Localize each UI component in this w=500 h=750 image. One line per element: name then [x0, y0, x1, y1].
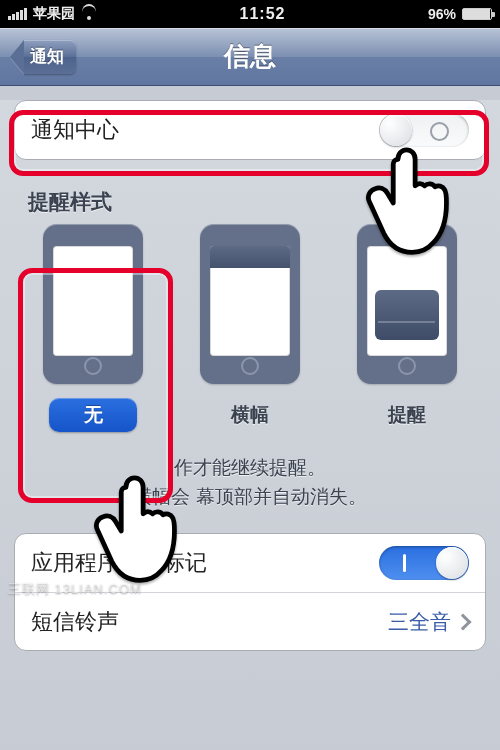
notification-center-cell[interactable]: 通知中心 — [15, 101, 485, 159]
status-bar: 苹果园 11:52 96% — [0, 0, 500, 28]
notification-center-label: 通知中心 — [31, 115, 119, 145]
alert-style-help: 作才能继续提醒。 横幅会 幕顶部并自动消失。 — [28, 454, 472, 511]
sound-value: 三全音 — [388, 608, 451, 636]
phone-preview-icon — [200, 224, 300, 384]
battery-percent: 96% — [428, 6, 456, 22]
content: 通知中心 提醒样式 无 横幅 提醒 作才能继续提醒。 横幅会 幕顶部并自动消失。… — [0, 100, 500, 750]
alert-style-banner[interactable]: 横幅 — [181, 224, 320, 432]
alert-style-header: 提醒样式 — [28, 188, 472, 216]
badge-label: 应用程序图标标记 — [31, 548, 207, 578]
back-button[interactable]: 通知 — [10, 39, 76, 74]
chevron-right-icon — [455, 613, 472, 630]
sound-cell[interactable]: 短信铃声 三全音 — [15, 592, 485, 650]
clock: 11:52 — [97, 5, 428, 23]
alert-style-label: 提醒 — [363, 398, 451, 432]
phone-preview-icon — [43, 224, 143, 384]
nav-bar: 通知 信息 — [0, 28, 500, 86]
alert-style-label: 无 — [49, 398, 137, 432]
alert-style-alert[interactable]: 提醒 — [337, 224, 476, 432]
page-title: 信息 — [224, 39, 276, 74]
carrier-label: 苹果园 — [33, 5, 75, 23]
signal-icon — [8, 8, 27, 20]
alert-style-none[interactable]: 无 — [24, 224, 163, 432]
phone-preview-icon — [357, 224, 457, 384]
alert-style-options: 无 横幅 提醒 — [24, 224, 476, 432]
notification-center-toggle[interactable] — [379, 113, 469, 147]
badge-toggle[interactable] — [379, 546, 469, 580]
back-label: 通知 — [24, 40, 76, 74]
notification-center-group: 通知中心 — [14, 100, 486, 160]
alert-style-label: 横幅 — [206, 398, 294, 432]
battery-icon — [462, 8, 492, 20]
sound-label: 短信铃声 — [31, 607, 119, 637]
chevron-left-icon — [10, 40, 24, 74]
watermark: 三联网 13LIAN.COM — [8, 580, 142, 598]
wifi-icon — [81, 8, 97, 20]
